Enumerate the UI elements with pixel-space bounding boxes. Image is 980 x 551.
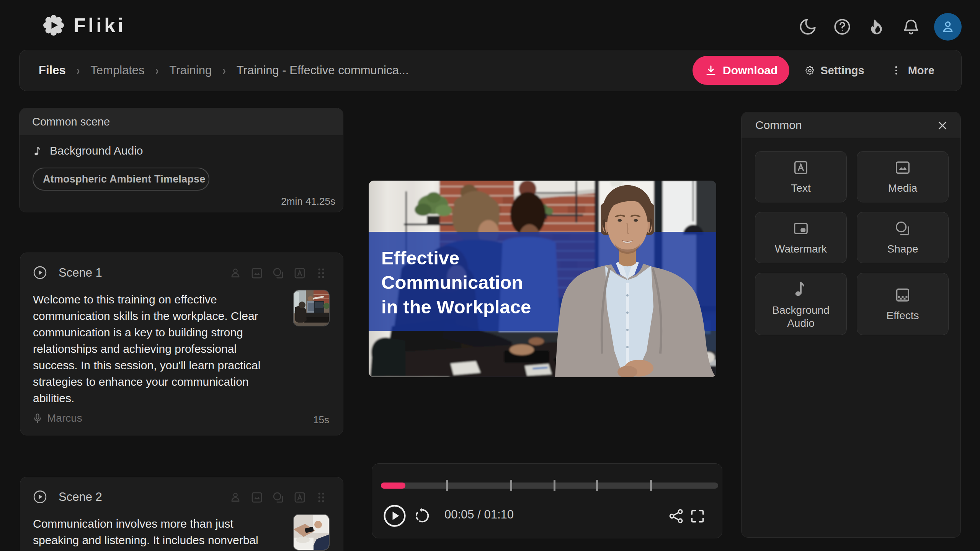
svg-text:in the Workplace: in the Workplace (381, 297, 531, 317)
svg-text:Communication: Communication (381, 272, 523, 293)
svg-text:Effective: Effective (381, 248, 459, 268)
